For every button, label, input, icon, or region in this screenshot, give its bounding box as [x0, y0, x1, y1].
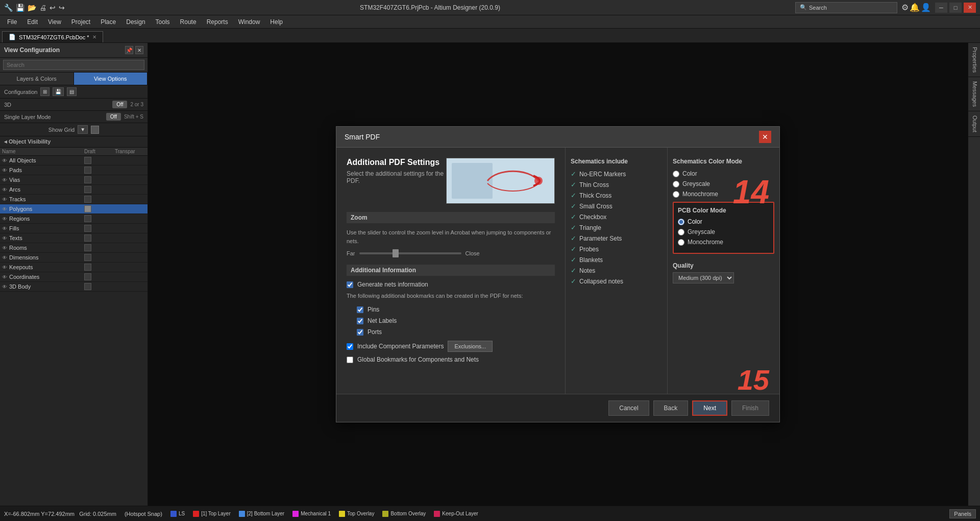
menu-edit[interactable]: Edit — [22, 16, 43, 28]
menu-design[interactable]: Design — [121, 16, 150, 28]
obj-draft-check[interactable] — [84, 234, 91, 242]
obj-draft-check[interactable] — [84, 167, 91, 174]
menu-tools[interactable]: Tools — [151, 16, 175, 28]
tab-view-options[interactable]: View Options — [74, 73, 148, 85]
layer-top-overlay[interactable]: Top Overlay — [339, 511, 374, 517]
menu-reports[interactable]: Reports — [202, 16, 233, 28]
pcb-monochrome-radio[interactable] — [678, 239, 684, 246]
obj-draft-check[interactable] — [84, 273, 91, 280]
config-export-button[interactable]: ▤ — [67, 87, 77, 96]
obj-draft-check[interactable] — [84, 196, 91, 203]
redo-icon[interactable]: ↪ — [59, 4, 65, 12]
obj-draft-check[interactable] — [84, 176, 91, 183]
3d-toggle-button[interactable]: Off — [112, 101, 127, 108]
back-button[interactable]: Back — [653, 400, 689, 416]
cancel-button[interactable]: Cancel — [608, 400, 649, 416]
open-icon[interactable]: 📂 — [28, 4, 36, 12]
netlabels-checkbox[interactable] — [357, 318, 363, 324]
zoom-slider[interactable] — [359, 252, 461, 254]
obj-draft-check[interactable] — [84, 264, 91, 271]
properties-panel-tab[interactable]: Properties — [968, 43, 980, 77]
schematics-greyscale-radio[interactable] — [673, 181, 679, 187]
obj-draft-check[interactable] — [84, 215, 91, 222]
obj-row-keepouts[interactable]: 👁Keepouts — [0, 263, 148, 272]
messages-panel-tab[interactable]: Messages — [968, 77, 980, 111]
layer-bottom[interactable]: [2] Bottom Layer — [239, 511, 284, 517]
pcb-greyscale-radio[interactable] — [678, 229, 684, 235]
ports-checkbox[interactable] — [357, 329, 363, 336]
menu-place[interactable]: Place — [95, 16, 121, 28]
obj-row-fills[interactable]: 👁Fills — [0, 224, 148, 233]
menu-route[interactable]: Route — [175, 16, 202, 28]
obj-row-vias[interactable]: 👁Vias — [0, 175, 148, 185]
maximize-button[interactable]: □ — [949, 3, 962, 13]
panels-button[interactable]: Panels — [949, 509, 976, 518]
tab-pcbdoc[interactable]: 📄 STM32F407ZGT6.PcbDoc * ✕ — [2, 31, 103, 42]
grid-dropdown-button[interactable]: ▼ — [78, 125, 88, 134]
obj-row-3d-body[interactable]: 👁3D Body — [0, 282, 148, 292]
include-params-checkbox[interactable] — [347, 343, 353, 350]
quality-dropdown[interactable]: Medium (300 dpi) Low (150 dpi) High (600… — [673, 272, 734, 283]
obj-row-tracks[interactable]: 👁Tracks — [0, 195, 148, 204]
obj-row-regions[interactable]: 👁Regions — [0, 214, 148, 224]
finish-button[interactable]: Finish — [731, 400, 769, 416]
panel-pin-button[interactable]: 📌 — [125, 46, 133, 54]
menu-help[interactable]: Help — [265, 16, 288, 28]
obj-draft-check[interactable] — [84, 205, 91, 212]
menu-window[interactable]: Window — [233, 16, 265, 28]
output-panel-tab[interactable]: Output — [968, 111, 980, 137]
obj-row-dimensions[interactable]: 👁Dimensions — [0, 253, 148, 263]
layer-bottom-overlay[interactable]: Bottom Overlay — [382, 511, 426, 517]
obj-draft-check[interactable] — [84, 254, 91, 261]
schematics-color-radio[interactable] — [673, 171, 679, 177]
schematics-monochrome-radio[interactable] — [673, 191, 679, 198]
save-icon[interactable]: 💾 — [16, 4, 24, 12]
menu-view[interactable]: View — [43, 16, 66, 28]
small-cross-label: Small Cross — [579, 203, 612, 210]
print-icon[interactable]: 🖨 — [39, 4, 46, 12]
notification-icon[interactable]: 🔔 — [910, 3, 920, 12]
tab-layers-colors[interactable]: Layers & Colors — [0, 73, 74, 85]
obj-row-arcs[interactable]: 👁Arcs — [0, 185, 148, 195]
obj-row-all-objects[interactable]: 👁All Objects — [0, 156, 148, 165]
obj-draft-check[interactable] — [84, 186, 91, 193]
menu-file[interactable]: File — [2, 16, 22, 28]
obj-row-texts[interactable]: 👁Texts — [0, 233, 148, 243]
obj-row-rooms[interactable]: 👁Rooms — [0, 243, 148, 253]
object-visibility-header[interactable]: ◂ Object Visibility — [0, 136, 148, 148]
panel-search-input[interactable] — [3, 60, 144, 70]
global-search[interactable]: 🔍 Search — [795, 2, 897, 13]
pins-checkbox[interactable] — [357, 306, 363, 313]
obj-row-coordinates[interactable]: 👁Coordinates — [0, 272, 148, 282]
global-bookmarks-checkbox[interactable] — [347, 357, 353, 363]
settings-icon[interactable]: ⚙ — [901, 3, 909, 12]
obj-row-pads[interactable]: 👁Pads — [0, 165, 148, 175]
tab-close-icon[interactable]: ✕ — [92, 34, 96, 40]
minimize-button[interactable]: ─ — [935, 3, 947, 13]
panel-close-button[interactable]: ✕ — [135, 46, 143, 54]
generate-nets-checkbox[interactable] — [347, 281, 353, 288]
grid-color-swatch[interactable] — [91, 126, 99, 134]
obj-row-polygons[interactable]: 👁Polygons — [0, 204, 148, 214]
obj-draft-check[interactable] — [84, 225, 91, 232]
undo-icon[interactable]: ↩ — [50, 4, 56, 12]
config-edit-button[interactable]: ⊞ — [40, 87, 50, 96]
layer-top[interactable]: [1] Top Layer — [193, 511, 231, 517]
next-button[interactable]: Next — [692, 400, 727, 416]
config-save-button[interactable]: 💾 — [53, 87, 64, 96]
single-layer-toggle[interactable]: Off — [106, 113, 121, 121]
exclusions-button[interactable]: Exclusions... — [448, 341, 493, 352]
layer-ls[interactable]: LS — [170, 511, 185, 517]
layer-mech1[interactable]: Mechanical 1 — [292, 511, 331, 517]
user-icon[interactable]: 👤 — [921, 3, 931, 12]
modal-close-button[interactable]: ✕ — [759, 131, 771, 143]
menu-project[interactable]: Project — [66, 16, 95, 28]
obj-draft-check[interactable] — [84, 244, 91, 251]
close-button[interactable]: ✕ — [964, 3, 976, 13]
obj-draft-check[interactable] — [84, 157, 91, 164]
layer-keepout[interactable]: Keep-Out Layer — [434, 511, 478, 517]
include-params-row: Include Component Parameters Exclusions.… — [347, 341, 555, 352]
check-icon: ✓ — [571, 277, 576, 285]
pcb-color-radio[interactable] — [678, 219, 684, 225]
obj-draft-check[interactable] — [84, 283, 91, 290]
